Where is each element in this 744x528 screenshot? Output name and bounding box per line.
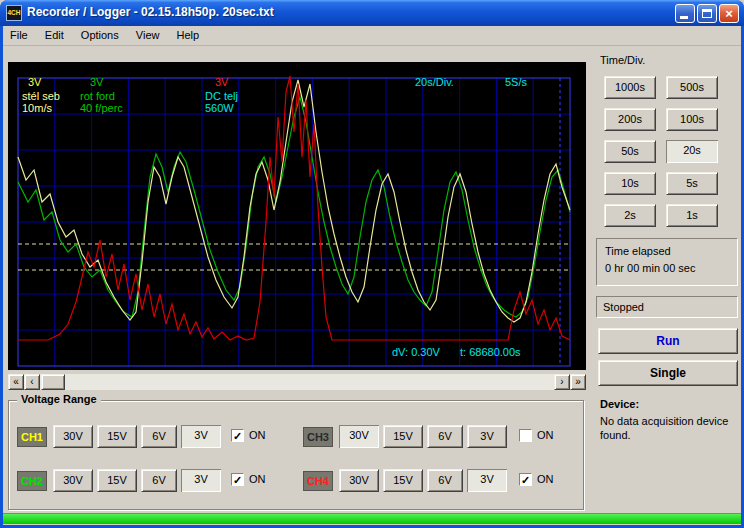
scrollbar-thumb[interactable] — [41, 374, 65, 390]
ch3-3v-button[interactable]: 3V — [467, 425, 507, 448]
ch1-on-checkbox[interactable]: ✓ — [231, 429, 244, 442]
minimize-icon — [680, 16, 688, 19]
maximize-button[interactable] — [697, 4, 717, 23]
ch3-on-checkbox[interactable] — [519, 429, 532, 442]
close-button[interactable]: × — [719, 4, 739, 23]
t-readout: t: 68680.00s — [460, 346, 521, 358]
client-area: File Edit Options View Help 3V 3V 3V 20s… — [3, 26, 741, 525]
ch2-6v-button[interactable]: 6V — [141, 469, 177, 492]
timediv-100s-button[interactable]: 100s — [666, 108, 718, 131]
ch1-annotation-name: stél seb — [22, 90, 60, 102]
time-elapsed-value: 0 hr 00 min 00 sec — [605, 262, 729, 274]
timediv-20s-button[interactable]: 20s — [666, 140, 718, 163]
scroll-left-button[interactable]: ‹ — [24, 374, 40, 390]
device-status-text: No data acquisition device found. — [600, 414, 738, 442]
ch2-annotation-name: rot ford — [80, 90, 115, 102]
ch4-15v-button[interactable]: 15V — [383, 469, 423, 492]
ch1-label: CH1 — [17, 427, 47, 447]
ch4-6v-button[interactable]: 6V — [427, 469, 463, 492]
title-bar[interactable]: 4CH Recorder / Logger - 02.15.18h50p. 20… — [0, 0, 744, 26]
ch2-15v-button[interactable]: 15V — [97, 469, 137, 492]
maximize-icon — [702, 9, 712, 18]
ch2-range-label: 3V — [90, 76, 103, 88]
waveform-display[interactable]: 3V 3V 3V 20s/Div. 5S/s stél seb10m/s rot… — [8, 62, 586, 370]
ch4-30v-button[interactable]: 30V — [339, 469, 379, 492]
timediv-1s-button[interactable]: 1s — [666, 204, 718, 227]
app-icon-text: 4CH — [7, 9, 20, 16]
ch2-on-checkbox[interactable]: ✓ — [231, 473, 244, 486]
ch3-30v-button[interactable]: 30V — [339, 425, 379, 448]
ch3-label: CH3 — [303, 427, 333, 447]
menu-view[interactable]: View — [129, 26, 167, 46]
scroll-right-double-button[interactable]: » — [570, 374, 586, 390]
scroll-left-double-button[interactable]: « — [8, 374, 24, 390]
device-heading: Device: — [600, 398, 639, 410]
timediv-1000s-button[interactable]: 1000s — [604, 76, 656, 99]
ch4-annotation-name: DC telj — [205, 90, 238, 102]
dv-readout: dV: 0.30V — [392, 346, 440, 358]
menu-bar: File Edit Options View Help — [3, 26, 741, 46]
ch2-30v-button[interactable]: 30V — [53, 469, 93, 492]
ch1-6v-button[interactable]: 6V — [141, 425, 177, 448]
close-icon: × — [720, 5, 738, 22]
app-window: 4CH Recorder / Logger - 02.15.18h50p. 20… — [0, 0, 744, 528]
menu-help[interactable]: Help — [170, 26, 207, 46]
timediv-heading: Time/Div. — [600, 54, 645, 66]
ch1-15v-button[interactable]: 15V — [97, 425, 137, 448]
scroll-right-button[interactable]: › — [554, 374, 570, 390]
ch4-on-label: ON — [537, 473, 554, 485]
ch4-label: CH4 — [303, 471, 333, 491]
ch1-annotation-value: 10m/s — [22, 102, 52, 114]
acquisition-status: Stopped — [596, 296, 738, 318]
menu-options[interactable]: Options — [74, 26, 126, 46]
timediv-2s-button[interactable]: 2s — [604, 204, 656, 227]
ch2-label: CH2 — [17, 471, 47, 491]
timebase-label: 20s/Div. — [415, 76, 454, 88]
window-title: Recorder / Logger - 02.15.18h50p. 20sec.… — [27, 5, 274, 19]
ch1-on-label: ON — [249, 429, 266, 441]
ch3-15v-button[interactable]: 15V — [383, 425, 423, 448]
timediv-500s-button[interactable]: 500s — [666, 76, 718, 99]
ch3-6v-button[interactable]: 6V — [427, 425, 463, 448]
ch4-on-checkbox[interactable]: ✓ — [519, 473, 532, 486]
ch1-30v-button[interactable]: 30V — [53, 425, 93, 448]
time-elapsed-panel: Time elapsed 0 hr 00 min 00 sec — [596, 238, 738, 286]
single-button[interactable]: Single — [598, 360, 738, 386]
ch2-on-label: ON — [249, 473, 266, 485]
ch1-3v-button[interactable]: 3V — [181, 425, 221, 448]
progress-strip — [3, 513, 741, 524]
ch4-annotation-value: 560W — [205, 102, 234, 114]
menu-file[interactable]: File — [3, 26, 35, 46]
voltage-range-title: Voltage Range — [17, 393, 101, 405]
horizontal-scrollbar[interactable]: « ‹ › » — [8, 374, 586, 390]
samplerate-label: 5S/s — [505, 76, 527, 88]
timediv-200s-button[interactable]: 200s — [604, 108, 656, 131]
timediv-5s-button[interactable]: 5s — [666, 172, 718, 195]
time-elapsed-label: Time elapsed — [605, 245, 729, 257]
ch3-on-label: ON — [537, 429, 554, 441]
ch2-annotation-value: 40 f/perc — [80, 102, 123, 114]
ch4-3v-button[interactable]: 3V — [467, 469, 507, 492]
ch1-range-label: 3V — [28, 76, 41, 88]
run-button[interactable]: Run — [598, 328, 738, 354]
timediv-50s-button[interactable]: 50s — [604, 140, 656, 163]
app-icon: 4CH — [6, 5, 22, 21]
voltage-range-group: Voltage Range CH1 30V 15V 6V 3V ✓ ON CH3… — [8, 400, 584, 510]
timediv-10s-button[interactable]: 10s — [604, 172, 656, 195]
ch2-3v-button[interactable]: 3V — [181, 469, 221, 492]
minimize-button[interactable] — [675, 4, 695, 23]
menu-edit[interactable]: Edit — [38, 26, 71, 46]
ch4-range-label: 3V — [215, 76, 228, 88]
